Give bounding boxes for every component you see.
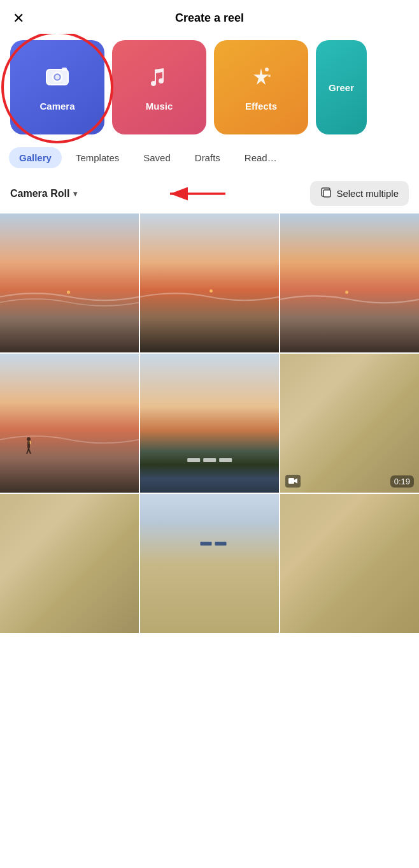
camera-icon — [44, 63, 71, 96]
arrow-annotation — [159, 182, 229, 205]
video-duration: 0:19 — [390, 475, 414, 488]
photo-cell-1-1[interactable] — [140, 354, 279, 493]
select-multiple-label: Select multiple — [336, 188, 399, 199]
green-label: Greer — [329, 82, 354, 93]
page-title: Create a reel — [175, 11, 244, 25]
svg-rect-10 — [323, 190, 330, 197]
close-button[interactable]: ✕ — [13, 11, 24, 25]
camera-roll-button[interactable]: Camera Roll ▾ — [10, 188, 77, 199]
music-label: Music — [146, 101, 173, 112]
svg-rect-4 — [62, 68, 67, 71]
photo-cell-2-2[interactable] — [280, 494, 419, 633]
photo-grid: 0:19 — [0, 213, 419, 633]
category-card-music[interactable]: Music — [112, 40, 206, 134]
effects-label: Effects — [245, 101, 277, 112]
video-icon — [285, 475, 301, 488]
tab-templates[interactable]: Templates — [66, 147, 129, 168]
photo-cell-2-0[interactable] — [0, 494, 139, 633]
category-card-green[interactable]: Greer — [316, 40, 367, 134]
photo-cell-0-2[interactable] — [280, 213, 419, 352]
svg-rect-20 — [215, 542, 227, 546]
svg-point-5 — [265, 68, 269, 71]
select-multiple-button[interactable]: Select multiple — [310, 181, 409, 206]
chevron-down-icon: ▾ — [73, 189, 77, 198]
svg-rect-19 — [201, 542, 212, 546]
toolbar-row: Camera Roll ▾ Select multiple — [0, 176, 419, 213]
category-card-effects[interactable]: Effects — [214, 40, 308, 134]
tab-saved[interactable]: Saved — [133, 147, 181, 168]
camera-wrapper: Camera — [10, 40, 104, 134]
svg-rect-16 — [203, 458, 216, 462]
music-icon — [146, 63, 173, 96]
camera-label: Camera — [39, 101, 75, 112]
categories-row: Camera Music Effects Greer — [0, 34, 419, 145]
tabs-row: Gallery Templates Saved Drafts Read… — [0, 145, 419, 176]
header: ✕ Create a reel — [0, 0, 419, 34]
photo-cell-1-0[interactable] — [0, 354, 139, 493]
photo-cell-1-2[interactable]: 0:19 — [280, 354, 419, 493]
photo-cell-0-1[interactable] — [140, 213, 279, 352]
tab-ready[interactable]: Read… — [234, 147, 287, 168]
camera-roll-label: Camera Roll — [10, 188, 69, 199]
svg-rect-17 — [219, 458, 232, 462]
tab-drafts[interactable]: Drafts — [185, 147, 231, 168]
effects-icon — [248, 63, 274, 96]
tab-gallery[interactable]: Gallery — [9, 147, 62, 168]
svg-rect-18 — [288, 478, 294, 484]
svg-rect-15 — [187, 458, 200, 462]
select-multiple-icon — [320, 187, 332, 200]
svg-point-6 — [268, 75, 271, 77]
category-card-camera[interactable]: Camera — [10, 40, 104, 134]
svg-point-3 — [55, 75, 60, 80]
photo-cell-2-1[interactable] — [140, 494, 279, 633]
photo-cell-0-0[interactable] — [0, 213, 139, 352]
